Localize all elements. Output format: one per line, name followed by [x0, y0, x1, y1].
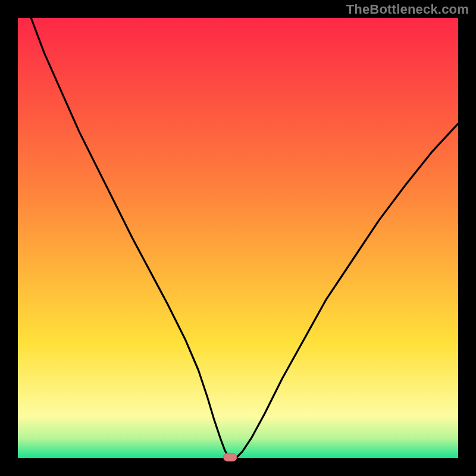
bottleneck-chart	[0, 0, 476, 476]
plot-background	[18, 18, 458, 458]
watermark-text: TheBottleneck.com	[346, 2, 469, 17]
optimal-marker	[224, 453, 237, 461]
